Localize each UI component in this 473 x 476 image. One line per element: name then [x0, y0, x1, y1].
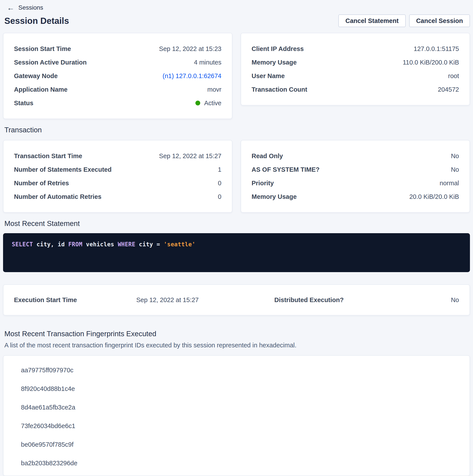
detail-label: Session Start Time: [14, 45, 71, 52]
fingerprint-list-item: aa79775ff097970c: [3, 361, 470, 379]
detail-row-user-name: User Name root: [252, 69, 459, 83]
fingerprint-list-item: 8f920c40d88b1c4e: [3, 379, 470, 398]
detail-row-status: Status Active: [14, 96, 221, 110]
detail-row-number-of-retries: Number of Retries 0: [14, 176, 221, 190]
transaction-cards: Transaction Start Time Sep 12, 2022 at 1…: [3, 140, 470, 213]
status-active-dot-icon: [196, 101, 200, 105]
detail-label: Session Active Duration: [14, 59, 87, 66]
sql-text: city, id: [33, 241, 68, 248]
detail-label: Transaction Start Time: [14, 153, 82, 160]
detail-row-execution-start-time: Execution Start Time Sep 12, 2022 at 15:…: [14, 296, 199, 304]
detail-row-read-only: Read Only No: [252, 149, 459, 163]
session-summary-cards: Session Start Time Sep 12, 2022 at 15:23…: [3, 33, 470, 119]
sql-keyword: FROM: [68, 241, 82, 248]
detail-value: 110.0 KiB/200.0 KiB: [403, 59, 459, 66]
detail-row-automatic-retries: Number of Automatic Retries 0: [14, 190, 221, 204]
status-text: Active: [204, 100, 221, 107]
detail-row-transaction-count: Transaction Count 204572: [252, 83, 459, 96]
cancel-session-button[interactable]: Cancel Session: [409, 15, 470, 27]
session-summary-card-left: Session Start Time Sep 12, 2022 at 15:23…: [3, 33, 232, 119]
sql-string-literal: 'seattle': [164, 241, 196, 248]
detail-label: Gateway Node: [14, 72, 58, 80]
detail-value: 20.0 KiB/20.0 KiB: [409, 193, 459, 200]
session-details-page: ← Sessions Session Details Cancel Statem…: [0, 0, 473, 476]
detail-label: Status: [14, 100, 33, 107]
transaction-card-left: Transaction Start Time Sep 12, 2022 at 1…: [3, 140, 232, 213]
back-arrow-icon: ←: [7, 4, 15, 11]
title-row: Session Details Cancel Statement Cancel …: [4, 15, 470, 27]
detail-value: Sep 12, 2022 at 15:27: [136, 296, 199, 304]
detail-value: normal: [440, 180, 459, 187]
detail-label: Read Only: [252, 153, 283, 160]
detail-label: User Name: [252, 72, 285, 80]
detail-row-priority: Priority normal: [252, 176, 459, 190]
detail-label: Execution Start Time: [14, 296, 77, 304]
session-summary-card-right: Client IP Address 127.0.0.1:51175 Memory…: [241, 33, 470, 105]
detail-label: Number of Automatic Retries: [14, 193, 101, 200]
page-title: Session Details: [4, 16, 69, 26]
detail-value: 204572: [438, 86, 459, 93]
detail-label: Transaction Count: [252, 86, 307, 93]
fingerprint-list-item: 8d4ae61a5fb3ce2a: [3, 398, 470, 417]
status-badge: Active: [196, 100, 221, 107]
detail-value: root: [448, 72, 459, 80]
back-to-sessions-link[interactable]: ← Sessions: [3, 0, 43, 11]
detail-row-gateway-node: Gateway Node (n1) 127.0.0.1:62674: [14, 69, 221, 83]
detail-row-application-name: Application Name movr: [14, 83, 221, 96]
transaction-section-heading: Transaction: [4, 126, 470, 134]
detail-row-statements-executed: Number of Statements Executed 1: [14, 163, 221, 176]
detail-label: AS OF SYSTEM TIME?: [252, 166, 320, 173]
detail-value: No: [451, 296, 459, 304]
cancel-statement-button[interactable]: Cancel Statement: [338, 15, 406, 27]
detail-row-memory-usage: Memory Usage 110.0 KiB/200.0 KiB: [252, 56, 459, 69]
detail-row-txn-memory-usage: Memory Usage 20.0 KiB/20.0 KiB: [252, 190, 459, 204]
fingerprints-card: aa79775ff097970c 8f920c40d88b1c4e 8d4ae6…: [3, 355, 470, 476]
fingerprint-list-item: ba2b203b823296de: [3, 454, 470, 473]
fingerprint-list-item: 73fe26034bd6e6c1: [3, 417, 470, 435]
gateway-node-link[interactable]: (n1) 127.0.0.1:62674: [163, 72, 221, 80]
detail-value: 0: [218, 193, 221, 200]
detail-label: Priority: [252, 180, 274, 187]
detail-row-session-active-duration: Session Active Duration 4 minutes: [14, 56, 221, 69]
sql-text: vehicles: [82, 241, 118, 248]
detail-label: Application Name: [14, 86, 67, 93]
sql-keyword: SELECT: [12, 241, 33, 248]
detail-row-session-start-time: Session Start Time Sep 12, 2022 at 15:23: [14, 42, 221, 56]
detail-value: Sep 12, 2022 at 15:27: [159, 153, 221, 160]
detail-row-transaction-start-time: Transaction Start Time Sep 12, 2022 at 1…: [14, 149, 221, 163]
transaction-card-right: Read Only No AS OF SYSTEM TIME? No Prior…: [241, 140, 470, 213]
sql-statement-text: SELECT city, id FROM vehicles WHERE city…: [12, 241, 461, 248]
detail-row-client-ip: Client IP Address 127.0.0.1:51175: [252, 42, 459, 56]
sql-keyword: WHERE: [118, 241, 135, 248]
fingerprints-description: A list of the most recent transaction fi…: [4, 341, 470, 349]
detail-value: Sep 12, 2022 at 15:23: [159, 45, 221, 52]
detail-label: Memory Usage: [252, 59, 297, 66]
detail-value: 0: [218, 180, 221, 187]
detail-value: 127.0.0.1:51175: [414, 45, 459, 52]
execution-card: Execution Start Time Sep 12, 2022 at 15:…: [3, 284, 470, 315]
header-actions: Cancel Statement Cancel Session: [338, 15, 470, 27]
detail-value: No: [451, 166, 459, 173]
detail-row-as-of-system-time: AS OF SYSTEM TIME? No: [252, 163, 459, 176]
detail-row-distributed-execution: Distributed Execution? No: [274, 296, 459, 304]
fingerprint-list-item: be06e9570f785c9f: [3, 435, 470, 454]
fingerprints-section-heading: Most Recent Transaction Fingerprints Exe…: [4, 329, 470, 338]
statement-section-heading: Most Recent Statement: [4, 219, 470, 228]
detail-value: No: [451, 153, 459, 160]
detail-label: Client IP Address: [252, 45, 304, 52]
detail-label: Memory Usage: [252, 193, 297, 200]
detail-label: Number of Retries: [14, 180, 69, 187]
detail-label: Number of Statements Executed: [14, 166, 112, 173]
detail-value: movr: [207, 86, 221, 93]
sql-statement-box: SELECT city, id FROM vehicles WHERE city…: [3, 233, 470, 272]
detail-value: 1: [218, 166, 221, 173]
detail-label: Distributed Execution?: [274, 296, 343, 304]
back-link-label: Sessions: [18, 4, 43, 11]
sql-text: city =: [135, 241, 163, 248]
detail-value: 4 minutes: [194, 59, 221, 66]
